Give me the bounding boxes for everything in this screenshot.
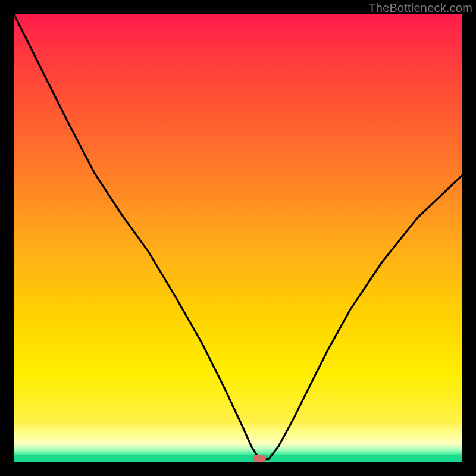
plot-area bbox=[14, 14, 462, 462]
watermark-label: TheBottleneck.com bbox=[368, 1, 472, 15]
chart-frame: TheBottleneck.com bbox=[0, 0, 476, 476]
minimum-marker bbox=[253, 455, 266, 462]
bottleneck-curve bbox=[14, 14, 462, 462]
